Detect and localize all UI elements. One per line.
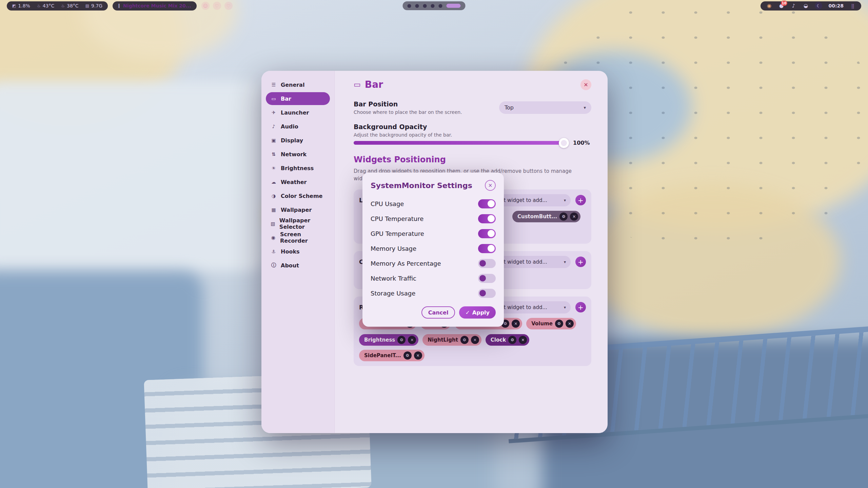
widget-gear-icon[interactable]: ⚙ [403,351,412,360]
workspace-dots [408,4,442,8]
sidebar-item-label: Brightness [281,165,314,171]
widget-gear-icon[interactable]: ⚙ [460,336,469,344]
nightlight-icon[interactable]: ☾ [815,2,822,9]
sidebar-item-brightness[interactable]: ☀ Brightness [266,162,330,175]
workspace-indicator [403,1,466,10]
sidebar-item-audio[interactable]: ♪ Audio [266,120,330,133]
sidebar-item-wallpaper-selector[interactable]: ▧ Wallpaper Selector [266,217,330,230]
cancel-button[interactable]: Cancel [421,306,455,319]
stat-value: 9.7G [91,3,102,8]
sidebar-item-bar[interactable]: ▭ Bar [266,92,330,105]
chevron-down-icon: ▾ [564,198,566,203]
workspace-dot[interactable] [431,4,435,8]
widget-chip[interactable]: NightLight ⚙ × [422,334,481,346]
toggle-switch[interactable] [478,214,496,223]
workspace-active[interactable] [447,4,461,8]
heart-icon[interactable]: ♡ [224,2,233,10]
background-opacity-slider: 100% [354,140,591,146]
toggle-switch[interactable] [478,199,496,208]
widget-remove-icon[interactable]: × [566,320,574,328]
sidebar-item-wallpaper[interactable]: ▦ Wallpaper [266,203,330,216]
slider-track[interactable] [354,141,568,145]
stat-value: 43°C [43,3,55,8]
toggle-label: CPU Temperature [371,215,423,222]
widget-gear-icon[interactable]: ⚙ [508,336,516,344]
topbar-right-cluster: ◉ ● 10 ♪ ◒ ☾ 00:28 ⣿ [761,1,861,11]
widget-remove-icon[interactable]: × [408,336,416,344]
icon-glyph: ◒ [804,3,808,9]
screencast-icon[interactable]: ◉ [766,3,772,9]
workspace-dot[interactable] [439,4,442,8]
sidebar-item-network[interactable]: ⇅ Network [266,148,330,161]
apply-button[interactable]: ✓ Apply [459,306,496,319]
add-widget-button[interactable]: + [575,257,586,267]
toggle-label: Storage Usage [371,290,415,297]
media-player-pill[interactable]: ‖ Nightcore Music Mix 20... [113,1,197,11]
workspace-dot[interactable] [408,4,411,8]
heart-icon[interactable]: ♡ [213,2,221,10]
page-title: Bar [365,79,383,90]
sidebar-item-icon: ⓘ [270,262,277,268]
widget-remove-icon[interactable]: × [570,212,578,221]
sidebar-item-display[interactable]: ▣ Display [266,134,330,147]
toggle-switch[interactable] [478,274,496,283]
sidebar-item-label: About [281,262,299,269]
widget-chip[interactable]: SidePanelT... ⚙ × [359,350,425,361]
sidebar-item-label: Wallpaper Selector [279,217,326,230]
sidebar-item-label: Screen Recorder [280,231,326,244]
widget-remove-icon[interactable]: × [414,351,422,360]
sidebar-item-label: Network [281,151,307,158]
sidebar-item-general[interactable]: ☰ General [266,78,330,91]
widget-gear-icon[interactable]: ⚙ [397,336,406,344]
widget-chip-label: CustomButt... [517,214,557,220]
stat-icon: ♨ [61,3,65,8]
toggle-switch[interactable] [478,244,496,253]
toggle-switch[interactable] [478,259,496,268]
widget-gear-icon[interactable]: ⚙ [555,320,563,328]
widget-chip[interactable]: CustomButt... ⚙ × [512,211,580,222]
sidebar-item-hooks[interactable]: ⚓ Hooks [266,245,330,258]
toggle-switch[interactable] [478,229,496,238]
add-widget-button[interactable]: + [575,195,586,205]
toggle-row: CPU Usage [371,196,496,211]
sidebar-item-icon: ▣ [270,138,277,143]
add-widget-button[interactable]: + [575,302,586,312]
widget-remove-icon[interactable]: × [512,320,520,328]
topbar-right-icons: ◉ ● 10 ♪ ◒ ☾ [766,2,822,9]
widget-gear-icon[interactable]: ⚙ [559,212,568,221]
sidebar-item-screen-recorder[interactable]: ◉ Screen Recorder [266,231,330,244]
sidebar-item-weather[interactable]: ☁ Weather [266,176,330,188]
apps-grid-icon[interactable]: ⣿ [850,3,856,8]
widget-chip[interactable]: Brightness ⚙ × [359,334,418,346]
clock[interactable]: 00:28 [828,3,844,8]
chevron-down-icon: ▾ [564,260,566,264]
emote-icon[interactable]: ☺ [201,2,210,10]
toggle-switch[interactable] [478,289,496,298]
bar-icon: ▭ [354,80,361,89]
close-dialog-button[interactable]: × [485,180,496,191]
volume-icon[interactable]: ♪ [790,3,796,9]
notifications-icon[interactable]: ● 10 [778,3,784,9]
toggle-row: CPU Temperature [371,211,496,226]
sidebar-item-icon: ◑ [270,193,277,199]
bar-position-select[interactable]: Top ▾ [499,101,591,114]
widget-chip[interactable]: Volume ⚙ × [526,318,576,329]
sidebar-item-label: Audio [281,123,298,130]
widget-remove-icon[interactable]: × [519,336,527,344]
widget-chip[interactable]: Clock ⚙ × [486,334,529,346]
widget-remove-icon[interactable]: × [471,336,479,344]
sidebar-item-about[interactable]: ⓘ About [266,259,330,272]
sidebar-item-launcher[interactable]: ✈ Launcher [266,106,330,119]
toggle-row: Storage Usage [371,286,496,301]
wallpaper-building [0,81,264,271]
close-window-button[interactable]: × [580,79,591,90]
slider-knob[interactable] [559,138,569,148]
sidebar-item-icon: ♪ [270,124,277,129]
sidebar-item-color-scheme[interactable]: ◑ Color Scheme [266,189,330,202]
workspace-dot[interactable] [415,4,419,8]
microphone-icon[interactable]: ◒ [803,3,809,9]
sidebar-item-label: Launcher [281,109,309,116]
workspace-dot[interactable] [423,4,427,8]
sidebar-item-icon: ✈ [270,110,277,115]
pause-icon[interactable]: ‖ [118,3,120,8]
